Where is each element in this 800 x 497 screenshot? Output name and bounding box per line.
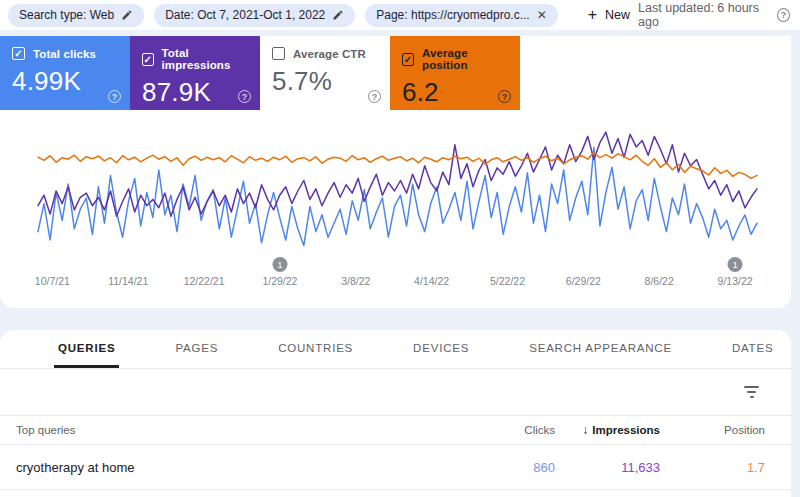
table-toolbar (0, 369, 791, 416)
x-tick-label: 1/29/22 (262, 275, 297, 287)
annotation-badge[interactable]: 1 (728, 257, 743, 272)
dimensions-card: QUERIESPAGESCOUNTRIESDEVICESSEARCH APPEA… (0, 330, 791, 497)
last-updated-text: Last updated: 6 hours ago (638, 1, 771, 29)
col-header-impressions[interactable]: ↓Impressions (555, 423, 660, 437)
query-cell: cryotherapy at home (16, 460, 450, 475)
checked-checkbox-icon[interactable]: ✓ (142, 53, 154, 66)
new-filter-button[interactable]: + New (580, 3, 638, 27)
metric-label: Total impressions (162, 47, 248, 71)
x-tick-label: 5/22/22 (490, 275, 525, 287)
filter-chip-date[interactable]: Date: Oct 7, 2021-Oct 1, 2022 (154, 4, 355, 27)
metric-value: 4.99K (12, 66, 118, 97)
annotation-badges: 11 (0, 257, 791, 273)
checked-checkbox-icon[interactable]: ✓ (402, 53, 414, 66)
tab-dates[interactable]: DATES (728, 330, 778, 368)
metric-help-icon[interactable]: ? (238, 90, 251, 103)
close-icon[interactable]: ✕ (537, 9, 547, 21)
total-clicks-card[interactable]: ✓Total clicks4.99K? (0, 36, 130, 110)
metric-label: Average CTR (293, 48, 366, 60)
plus-icon: + (588, 7, 597, 23)
series-line-average-position (38, 152, 757, 178)
x-tick-label: 9/13/22 (718, 275, 753, 287)
unchecked-checkbox-icon[interactable] (272, 47, 285, 60)
col-header-top-queries[interactable]: Top queries (16, 424, 450, 436)
average-position-card[interactable]: ✓Average position6.2? (390, 36, 520, 110)
tab-countries[interactable]: COUNTRIES (274, 330, 357, 368)
chip-label: Page: https://cryomedpro.c... (376, 8, 529, 22)
x-axis-labels: 10/7/2111/14/2112/22/211/29/223/8/224/14… (0, 275, 791, 289)
metric-value: 5.7% (272, 66, 378, 97)
x-tick-label: 4/14/22 (414, 275, 449, 287)
x-tick-label: 10/7/21 (35, 275, 70, 287)
x-tick-label: 6/29/22 (566, 275, 601, 287)
total-impressions-card[interactable]: ✓Total impressions87.9K? (130, 36, 260, 110)
top-filter-bar: Search type: WebDate: Oct 7, 2021-Oct 1,… (0, 0, 800, 30)
clicks-cell: 860 (450, 460, 555, 475)
average-ctr-card[interactable]: Average CTR5.7%? (260, 36, 390, 110)
col-header-position[interactable]: Position (660, 424, 765, 436)
edit-pencil-icon[interactable] (332, 9, 344, 21)
series-line-impressions (38, 132, 757, 216)
filter-rows-icon[interactable] (740, 382, 763, 402)
table-header-row: Top queries Clicks ↓Impressions Position (0, 416, 791, 445)
help-icon[interactable]: ? (777, 8, 790, 22)
chip-label: Date: Oct 7, 2021-Oct 1, 2022 (165, 8, 325, 22)
position-cell: 1.7 (660, 460, 765, 475)
metric-help-icon[interactable]: ? (368, 90, 381, 103)
edit-pencil-icon[interactable] (121, 9, 133, 21)
tab-search-appearance[interactable]: SEARCH APPEARANCE (525, 330, 676, 368)
new-filter-label: New (605, 8, 630, 22)
series-line-clicks (38, 148, 757, 246)
tab-pages[interactable]: PAGES (171, 330, 222, 368)
filter-chip-search-type[interactable]: Search type: Web (8, 4, 144, 27)
metric-cards: ✓Total clicks4.99K?✓Total impressions87.… (0, 36, 520, 110)
x-tick-label: 8/6/22 (645, 275, 674, 287)
metric-help-icon[interactable]: ? (108, 90, 121, 103)
dimension-tabs: QUERIESPAGESCOUNTRIESDEVICESSEARCH APPEA… (0, 330, 791, 369)
x-tick-label: 11/14/21 (108, 275, 148, 287)
col-header-clicks[interactable]: Clicks (450, 424, 555, 436)
metric-label: Total clicks (33, 48, 96, 60)
checked-checkbox-icon[interactable]: ✓ (12, 47, 25, 60)
metric-value: 87.9K (142, 77, 248, 108)
table-row[interactable]: cryotherapy at home86011,6331.7 (0, 445, 791, 490)
tab-queries[interactable]: QUERIES (54, 330, 119, 368)
metric-value: 6.2 (402, 77, 508, 108)
annotation-badge[interactable]: 1 (272, 257, 287, 272)
sort-desc-arrow-icon: ↓ (582, 423, 588, 437)
performance-card: ✓Total clicks4.99K?✓Total impressions87.… (0, 36, 791, 308)
filter-chip-page[interactable]: Page: https://cryomedpro.c...✕ (365, 4, 557, 27)
x-tick-label: 12/22/21 (184, 275, 225, 287)
x-tick-label: 3/8/22 (341, 275, 370, 287)
chip-label: Search type: Web (19, 8, 114, 22)
tab-devices[interactable]: DEVICES (409, 330, 473, 368)
filter-chips: Search type: WebDate: Oct 7, 2021-Oct 1,… (8, 4, 558, 27)
table-body: cryotherapy at home86011,6331.7 (0, 445, 791, 490)
metric-label: Average position (422, 47, 508, 71)
impressions-cell: 11,633 (555, 460, 660, 475)
metric-help-icon[interactable]: ? (498, 90, 511, 103)
performance-chart (0, 122, 791, 262)
